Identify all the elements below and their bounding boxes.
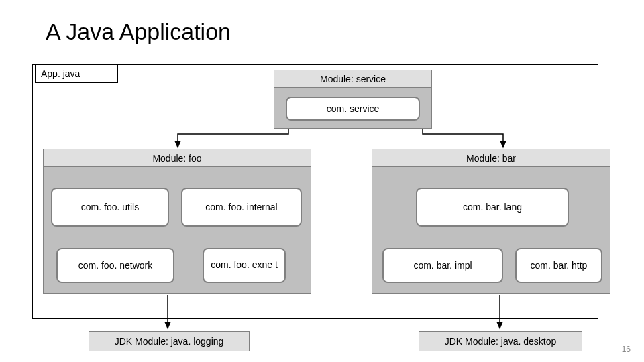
app-file-label: App. java [35, 64, 118, 83]
module-service-header: Module: service [274, 70, 432, 87]
jdk-module-desktop: JDK Module: java. desktop [419, 331, 582, 351]
package-com-bar-impl: com. bar. impl [382, 248, 503, 283]
package-com-bar-lang: com. bar. lang [416, 188, 569, 227]
page-title: A Java Application [46, 19, 231, 45]
module-bar-header: Module: bar [372, 149, 610, 166]
package-com-foo-utils: com. foo. utils [51, 188, 169, 227]
module-foo-header: Module: foo [43, 149, 311, 166]
package-com-foo-network: com. foo. network [56, 248, 174, 283]
jdk-module-logging: JDK Module: java. logging [89, 331, 250, 351]
package-com-bar-http: com. bar. http [515, 248, 602, 283]
package-com-foo-exnet: com. foo. exne t [203, 248, 286, 283]
package-com-foo-internal: com. foo. internal [181, 188, 302, 227]
package-com-service: com. service [286, 97, 420, 121]
slide-number: 16 [622, 345, 631, 354]
